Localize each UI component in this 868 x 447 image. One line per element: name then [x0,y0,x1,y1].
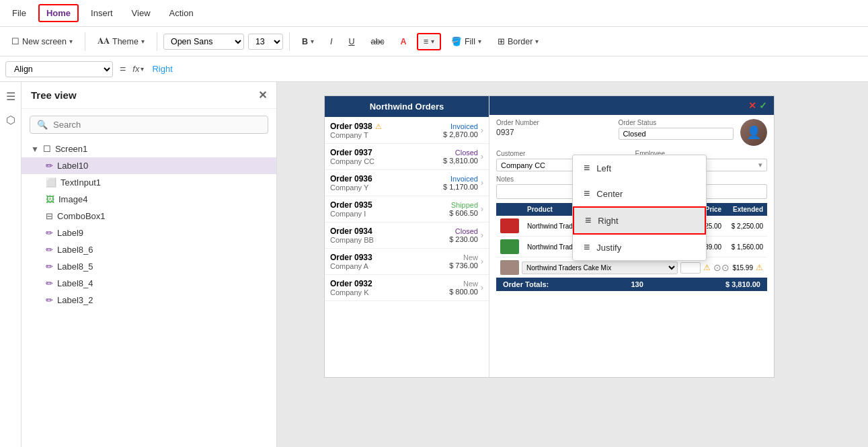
status-text: Closed [623,130,646,138]
tree-item-textinput1[interactable]: ⬜ TextInput1 [22,174,276,191]
add-product-select[interactable]: Northwind Traders Cake Mix [522,261,678,274]
order-item-0936[interactable]: Order 0936 Company Y Invoiced $ 1,170.00… [325,170,489,196]
align-dropdown: ≡ Left ≡ Center ≡ Right ≡ Justify [572,155,707,261]
tree-item-combobox1[interactable]: ⊟ ComboBox1 [22,208,276,225]
tree-item-image4[interactable]: 🖼 Image4 [22,191,276,208]
tree-item-label: Label3_2 [57,295,93,305]
formula-bar: Align = fx ▾ Right [0,56,868,82]
order-item-0932[interactable]: Order 0932 Company K New $ 800.00 › [325,275,489,301]
fill-chevron: ▾ [478,38,481,45]
align-center-icon: ≡ [584,188,590,200]
tree-item-label10[interactable]: ✏ Label10 [22,157,276,174]
fill-button[interactable]: 🪣 Fill ▾ [445,33,487,50]
order-amount: $ 1,170.00 [443,183,478,191]
formula-field-select[interactable]: Align [5,61,113,77]
tree-item-screen1[interactable]: ▼ ☐ Screen1 [22,140,276,157]
tree-item-label: Label8_4 [57,278,93,288]
tree-close-button[interactable]: ✕ [258,89,267,101]
order-num: Order 0933 [330,253,372,262]
order-status-field: Order Status Closed [619,119,734,146]
align-right-label: Right [598,216,618,226]
tree-item-label: Screen1 [55,144,87,154]
theme-button[interactable]: 𝐀𝐀 Theme ▾ [91,33,151,50]
cancel-icon[interactable]: ✕ [748,100,756,111]
tree-item-label9[interactable]: ✏ Label9 [22,225,276,241]
tree-search-input[interactable] [53,120,261,130]
app-header: Northwind Orders [325,96,489,117]
label-icon: ✏ [46,295,53,305]
search-icon: 🔍 [37,120,48,130]
align-chevron: ▾ [431,38,434,45]
order-status-value[interactable]: Closed [619,128,734,140]
menu-home[interactable]: Home [38,4,79,22]
font-select[interactable]: Open Sans [163,34,244,50]
formula-equals: = [117,63,128,75]
order-totals-bar: Order Totals: 130 $ 3,810.00 [496,278,767,291]
tree-search-bar[interactable]: 🔍 [30,116,268,134]
menu-insert[interactable]: Insert [84,5,120,21]
tree-item-label3-2[interactable]: ✏ Label3_2 [22,292,276,309]
layers-icon[interactable]: ⬡ [3,111,18,129]
order-status: Invoiced [443,175,478,183]
border-button[interactable]: ⊞ Border ▾ [491,33,545,50]
label-icon: ✏ [46,228,53,238]
theme-icon: 𝐀𝐀 [97,36,110,46]
theme-chevron: ▾ [141,38,145,45]
order-amount: $ 606.50 [449,209,478,217]
align-option-left[interactable]: ≡ Left [573,155,706,181]
font-color-button[interactable]: A [395,34,413,50]
add-qty-input[interactable] [680,262,701,274]
col-product [496,203,523,216]
new-screen-label: New screen [22,37,67,46]
order-company: Company I [330,210,372,218]
order-item-0933[interactable]: Order 0933 Company A New $ 736.00 › [325,249,489,275]
order-totals-extended: $ 3,810.00 [725,280,760,288]
align-option-right[interactable]: ≡ Right [573,206,706,235]
chevron-icon: › [481,152,483,161]
menu-view[interactable]: View [125,5,157,21]
order-number-label: Order Number [496,119,612,126]
warn-icon: ⚠ [375,122,382,131]
order-company: Company A [330,262,372,270]
tree-item-label8-5[interactable]: ✏ Label8_5 [22,258,276,275]
align-option-center[interactable]: ≡ Center [573,181,706,206]
formula-fx-button[interactable]: fx ▾ [132,64,144,74]
italic-button[interactable]: I [324,34,338,50]
strikethrough-button[interactable]: abc [364,34,390,50]
label-icon: ✏ [46,278,53,288]
add-product-img [500,260,519,275]
order-item-0937[interactable]: Order 0937 Company CC Closed $ 3,810.00 … [325,144,489,170]
chevron-icon: › [481,126,483,135]
order-item-0934[interactable]: Order 0934 Company BB Closed $ 230.00 › [325,222,489,249]
order-num: Order 0938 [330,122,372,131]
image-icon: 🖼 [46,194,54,204]
menu-action[interactable]: Action [163,5,200,21]
new-screen-button[interactable]: ☐ New screen ▾ [5,33,79,50]
order-item-0938[interactable]: Order 0938 ⚠ Company T Invoiced $ 2,870.… [325,117,489,144]
menu-bar: File Home Insert View Action [0,0,868,27]
hamburger-icon[interactable]: ☰ [3,87,18,106]
tree-item-label: ComboBox1 [57,211,106,221]
bold-button[interactable]: B ▾ [296,34,320,50]
align-button[interactable]: ≡ ▾ [417,33,441,50]
tree-item-label8-4[interactable]: ✏ Label8_4 [22,275,276,292]
underline-icon: U [348,37,354,46]
chevron-icon: › [481,178,483,188]
align-justify-icon: ≡ [584,241,590,253]
tree-item-label: TextInput1 [61,177,101,188]
confirm-icon[interactable]: ✓ [759,100,767,111]
menu-file[interactable]: File [5,5,33,21]
align-left-icon: ≡ [584,162,590,174]
align-option-justify[interactable]: ≡ Justify [573,235,706,260]
tree-item-label8-6[interactable]: ✏ Label8_6 [22,241,276,258]
col-extended: Extended [725,203,767,216]
order-status: Invoiced [443,122,478,130]
detail-action-buttons: ✕ ✓ [748,100,767,111]
canvas-area: Northwind Orders Order 0938 ⚠ Company T … [277,82,868,447]
order-status: New [449,253,478,261]
underline-button[interactable]: U [342,34,360,50]
font-size-select[interactable]: 13 [248,34,283,50]
order-item-0935[interactable]: Order 0935 Company I Shipped $ 606.50 › [325,196,489,222]
border-chevron: ▾ [535,38,539,45]
fill-icon: 🪣 [451,36,462,46]
